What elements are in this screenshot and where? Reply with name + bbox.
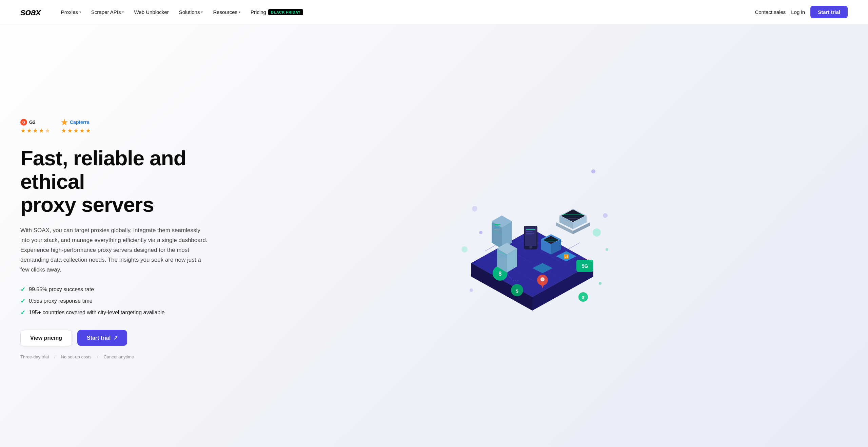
hero-visual: 📶 $ $ 5G xyxy=(217,154,848,324)
feature-list: ✓ 99.55% proxy success rate ✓ 0.55s prox… xyxy=(20,286,217,316)
black-friday-badge: BLACK FRIDAY xyxy=(268,9,303,15)
capterra-icon xyxy=(61,119,68,126)
g2-label: G2 xyxy=(29,119,36,125)
g2-icon: G xyxy=(20,119,27,126)
svg-point-71 xyxy=(472,206,477,211)
cta-buttons: View pricing Start trial ↗ xyxy=(20,330,217,346)
svg-rect-54 xyxy=(526,235,532,235)
cta-subtext: Three-day trial / No set-up costs / Canc… xyxy=(20,354,217,359)
svg-text:$: $ xyxy=(516,288,518,294)
nav-item-web-unblocker[interactable]: Web Unblocker xyxy=(130,6,173,18)
login-button[interactable]: Log in xyxy=(791,9,805,15)
contact-sales-link[interactable]: Contact sales xyxy=(755,9,786,15)
start-trial-hero-button[interactable]: Start trial ↗ xyxy=(77,330,127,346)
svg-text:$: $ xyxy=(499,271,502,277)
hero-description: With SOAX, you can target proxies global… xyxy=(20,226,210,275)
svg-rect-52 xyxy=(526,231,533,232)
nav-item-proxies[interactable]: Proxies ▾ xyxy=(57,6,85,18)
arrow-icon: ↗ xyxy=(113,335,118,341)
feature-item: ✓ 195+ countries covered with city-level… xyxy=(20,309,217,316)
svg-text:📶: 📶 xyxy=(564,254,569,259)
nav-item-solutions[interactable]: Solutions ▾ xyxy=(175,6,207,18)
svg-point-25 xyxy=(540,277,545,281)
nav-links: Proxies ▾ Scraper APIs ▾ Web Unblocker S… xyxy=(57,6,755,18)
nav-item-scraper-apis[interactable]: Scraper APIs ▾ xyxy=(87,6,128,18)
capterra-label: Capterra xyxy=(70,119,90,125)
g2-rating: G G2 ★ ★ ★ ★ ★ xyxy=(20,119,50,134)
hero-content: G G2 ★ ★ ★ ★ ★ Capterra xyxy=(20,119,217,359)
check-icon: ✓ xyxy=(20,286,25,293)
capterra-rating: Capterra ★ ★ ★ ★ ★ xyxy=(61,119,91,134)
check-icon: ✓ xyxy=(20,309,25,316)
svg-marker-0 xyxy=(61,119,68,126)
svg-point-72 xyxy=(593,228,601,237)
svg-point-55 xyxy=(529,246,532,248)
hero-headline: Fast, reliable and ethical proxy servers xyxy=(20,147,217,216)
navbar: soax Proxies ▾ Scraper APIs ▾ Web Unbloc… xyxy=(0,0,868,24)
svg-rect-50 xyxy=(525,227,536,246)
chevron-down-icon: ▾ xyxy=(201,10,203,14)
svg-rect-53 xyxy=(526,233,534,234)
svg-point-2 xyxy=(470,288,473,292)
nav-item-resources[interactable]: Resources ▾ xyxy=(209,6,244,18)
svg-point-3 xyxy=(599,282,601,285)
svg-rect-38 xyxy=(494,227,499,228)
logo[interactable]: soax xyxy=(20,7,41,18)
nav-right: Contact sales Log in Start trial xyxy=(755,6,848,18)
feature-item: ✓ 99.55% proxy success rate xyxy=(20,286,217,293)
capterra-stars: ★ ★ ★ ★ ★ xyxy=(61,127,91,134)
svg-point-70 xyxy=(606,248,608,251)
start-trial-nav-button[interactable]: Start trial xyxy=(810,6,848,18)
svg-text:$: $ xyxy=(582,295,585,300)
check-icon: ✓ xyxy=(20,297,25,305)
svg-rect-51 xyxy=(526,229,535,230)
svg-point-1 xyxy=(591,169,595,173)
hero-section: G G2 ★ ★ ★ ★ ★ Capterra xyxy=(0,24,868,447)
g2-stars: ★ ★ ★ ★ ★ xyxy=(20,127,50,134)
ratings-row: G G2 ★ ★ ★ ★ ★ Capterra xyxy=(20,119,217,134)
chevron-down-icon: ▾ xyxy=(122,10,124,14)
isometric-illustration: 📶 $ $ 5G xyxy=(451,154,614,324)
view-pricing-button[interactable]: View pricing xyxy=(20,330,72,346)
feature-item: ✓ 0.55s proxy response time xyxy=(20,297,217,305)
chevron-down-icon: ▾ xyxy=(79,10,81,14)
svg-point-69 xyxy=(603,213,608,218)
svg-point-73 xyxy=(461,246,468,253)
svg-text:5G: 5G xyxy=(582,263,588,269)
chevron-down-icon: ▾ xyxy=(239,10,240,14)
nav-item-pricing[interactable]: Pricing BLACK FRIDAY xyxy=(246,6,307,18)
svg-point-68 xyxy=(479,231,482,234)
